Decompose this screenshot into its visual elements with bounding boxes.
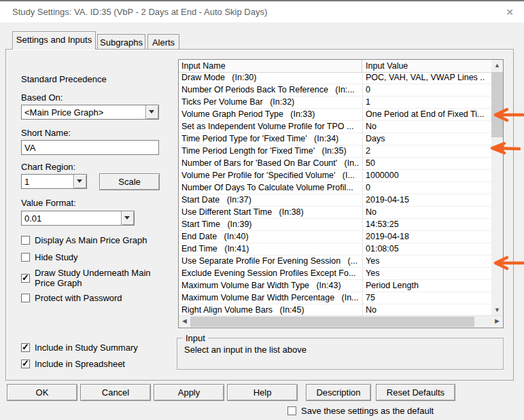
horizontal-scrollbar-thumb[interactable] (190, 317, 474, 327)
description-button[interactable]: Description (306, 384, 371, 401)
input-value-cell: No (366, 305, 490, 315)
checkbox-save-settings-default[interactable]: Save these settings as the default (287, 406, 434, 416)
table-row[interactable]: Start Time (In:39)14:53:25 (179, 219, 491, 231)
input-name-cell: Number Of Days To Calculate Volume Profi… (181, 183, 360, 192)
chart-region-dropdown-button[interactable] (73, 175, 86, 188)
vertical-scrollbar[interactable]: ▲ ▼ (491, 60, 503, 316)
checkbox-label: Hide Study (35, 252, 78, 262)
chart-region-label: Chart Region: (21, 162, 75, 172)
column-header-input-value[interactable]: Input Value (363, 60, 491, 72)
table-row[interactable]: End Time (In:41)01:08:05 (179, 243, 491, 256)
input-groupbox-message: Select an input in the list above (184, 345, 307, 355)
input-name-cell: Start Time (In:39) (181, 220, 360, 229)
apply-button[interactable]: Apply (154, 384, 224, 401)
input-value-cell: Period Length (366, 281, 490, 290)
column-header-input-name[interactable]: Input Name (179, 60, 362, 72)
table-row[interactable]: End Date (In:40)2019-04-18 (179, 231, 491, 243)
table-row[interactable]: Time Period Length for 'Fixed Time' (In:… (179, 145, 491, 158)
input-value-cell: Yes (366, 268, 490, 278)
input-value-cell: 0 (366, 183, 490, 192)
checkbox-box[interactable] (21, 236, 30, 245)
checkbox-box[interactable] (287, 406, 296, 415)
short-name-input[interactable] (21, 140, 159, 155)
table-row[interactable]: Maximum Volume Bar Width Type (In:43)Per… (179, 280, 491, 292)
checkbox-box[interactable] (21, 343, 30, 352)
input-name-cell: Number Of Periods Back To Reference (In:… (181, 85, 360, 94)
table-row[interactable]: Ticks Per Volume Bar (In:32)1 (179, 97, 491, 109)
table-row[interactable]: Volume Per Profile for 'Specified Volume… (179, 170, 491, 182)
scroll-down-icon[interactable]: ▼ (491, 304, 503, 316)
close-icon[interactable]: ✕ (502, 5, 517, 20)
input-value-cell: No (366, 122, 490, 131)
input-value-cell: One Period at End of Fixed Ti... (366, 109, 490, 119)
reset-defaults-button[interactable]: Reset Defaults (376, 384, 455, 401)
based-on-combobox[interactable]: <Main Price Graph> (21, 105, 159, 120)
table-row[interactable]: Right Align Volume Bars (In:45)No (179, 304, 491, 316)
cancel-button[interactable]: Cancel (80, 384, 151, 401)
table-row[interactable]: Number of Bars for 'Based On Bar Count' … (179, 158, 491, 170)
chevron-down-icon (149, 110, 154, 113)
table-row[interactable]: Number Of Days To Calculate Volume Profi… (179, 182, 491, 194)
checkbox-label: Display As Main Price Graph (35, 235, 147, 245)
input-name-cell: End Time (In:41) (181, 244, 360, 253)
value-format-label: Value Format: (21, 198, 76, 208)
inputs-list-body: Draw Mode (In:30)POC, VAH, VAL, VWAP Lin… (179, 72, 491, 316)
checkbox-box[interactable] (21, 360, 30, 368)
table-row[interactable]: Start Date (In:37)2019-04-15 (179, 194, 491, 207)
checkbox-draw-study-underneath[interactable]: Draw Study Underneath Main Price Graph (21, 268, 167, 288)
window-title: Study Settings: VA. ID:35 (VbP - 2 Days … (12, 7, 267, 17)
value-format-combobox[interactable]: 0.01 (21, 211, 135, 226)
table-row[interactable]: Use Separate Profile For Evening Session… (179, 256, 491, 268)
table-row[interactable]: Maximum Volume Bar Width Percentage (In.… (179, 292, 491, 304)
study-settings-dialog: Study Settings: VA. ID:35 (VbP - 2 Days … (0, 0, 524, 420)
input-name-cell: Use Different Start Time (In:38) (181, 207, 360, 217)
input-name-cell: Draw Mode (In:30) (181, 73, 360, 82)
scroll-left-icon[interactable]: ◄ (179, 316, 190, 328)
checkbox-label: Include in Spreadsheet (35, 359, 125, 369)
input-name-cell: Number of Bars for 'Based On Bar Count' … (181, 158, 360, 168)
chart-region-combobox[interactable]: 1 (21, 174, 87, 189)
tab-alerts[interactable]: Alerts (147, 34, 179, 49)
table-row[interactable]: Number Of Periods Back To Reference (In:… (179, 84, 491, 97)
inputs-list: Input Name Input Value Draw Mode (In:30)… (178, 59, 504, 328)
checkbox-protect-with-password[interactable]: Protect with Password (21, 293, 122, 303)
value-format-value: 0.01 (24, 213, 41, 224)
input-value-cell: 50 (366, 158, 490, 168)
input-name-cell: Use Separate Profile For Evening Session… (181, 256, 360, 266)
checkbox-box[interactable] (21, 294, 30, 302)
table-row[interactable]: Exclude Evening Session Profiles Except … (179, 268, 491, 280)
checkbox-box[interactable] (21, 253, 30, 262)
table-row[interactable]: Use Different Start Time (In:38)No (179, 207, 491, 219)
table-row[interactable]: Time Period Type for 'Fixed Time' (In:34… (179, 133, 491, 145)
chart-region-value: 1 (24, 177, 29, 187)
tab-subgraphs[interactable]: Subgraphs (97, 34, 145, 49)
scroll-up-icon[interactable]: ▲ (491, 60, 503, 71)
ok-button[interactable]: OK (7, 384, 77, 401)
help-button[interactable]: Help (227, 384, 298, 401)
input-value-cell: 1 (366, 97, 490, 107)
based-on-value: <Main Price Graph> (24, 107, 103, 118)
input-name-cell: Ticks Per Volume Bar (In:32) (181, 97, 360, 107)
chevron-down-icon (124, 216, 130, 220)
input-groupbox-title: Input (183, 333, 208, 343)
checkbox-box[interactable] (21, 274, 30, 283)
vertical-scrollbar-thumb[interactable] (491, 72, 503, 137)
scale-button[interactable]: Scale (99, 173, 160, 190)
tab-settings-and-inputs[interactable]: Settings and Inputs (12, 31, 96, 50)
scroll-right-icon[interactable]: ► (491, 316, 503, 328)
checkbox-display-as-main-price-graph[interactable]: Display As Main Price Graph (21, 235, 147, 245)
input-name-cell: Time Period Length for 'Fixed Time' (In:… (181, 146, 360, 156)
checkbox-label: Include in Study Summary (35, 343, 138, 353)
value-format-dropdown-button[interactable] (121, 211, 134, 225)
based-on-dropdown-button[interactable] (145, 105, 158, 119)
table-row[interactable]: Volume Graph Period Type (In:33)One Peri… (179, 109, 491, 121)
input-value-cell: 0 (366, 85, 490, 94)
table-row[interactable]: Draw Mode (In:30)POC, VAH, VAL, VWAP Lin… (179, 72, 491, 84)
input-name-cell: Time Period Type for 'Fixed Time' (In:34… (181, 134, 360, 143)
checkbox-include-in-study-summary[interactable]: Include in Study Summary (21, 343, 138, 353)
table-row[interactable]: Set as Independent Volume Profile for TP… (179, 121, 491, 133)
checkbox-hide-study[interactable]: Hide Study (21, 252, 78, 262)
input-value-cell: POC, VAH, VAL, VWAP Lines .. (366, 73, 490, 82)
horizontal-scrollbar[interactable]: ◄ ► (179, 315, 503, 328)
checkbox-include-in-spreadsheet[interactable]: Include in Spreadsheet (21, 359, 125, 369)
